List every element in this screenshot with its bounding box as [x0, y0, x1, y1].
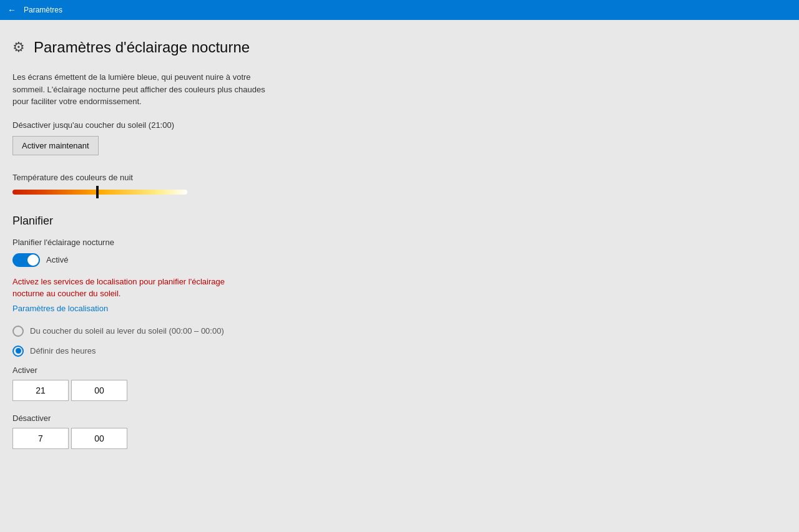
- radio-sunset-label: Du coucher du soleil au lever du soleil …: [30, 326, 224, 336]
- temperature-slider-track[interactable]: [12, 190, 187, 195]
- radio-custom[interactable]: [12, 346, 24, 357]
- back-arrow-icon: ←: [7, 5, 16, 15]
- radio-custom-row: Définir des heures: [12, 346, 300, 357]
- toggle-label: Activé: [46, 255, 68, 264]
- page-header: ⚙ Paramètres d'éclairage nocturne: [12, 39, 300, 56]
- activate-hour-input[interactable]: 21: [12, 380, 69, 401]
- disable-until-label: Désactiver jusqu'au coucher du soleil (2…: [12, 120, 300, 130]
- page-title: Paramètres d'éclairage nocturne: [34, 39, 250, 56]
- radio-custom-label: Définir des heures: [30, 346, 96, 355]
- planifier-subsection-label: Planifier l'éclairage nocturne: [12, 238, 300, 247]
- temperature-label: Température des couleurs de nuit: [12, 173, 300, 182]
- planifier-toggle[interactable]: [12, 253, 40, 267]
- location-settings-link[interactable]: Paramètres de localisation: [12, 304, 300, 313]
- back-button[interactable]: ←: [7, 5, 16, 15]
- radio-sunset[interactable]: [12, 326, 24, 337]
- gear-icon: ⚙: [12, 39, 25, 56]
- titlebar-text: Paramètres: [24, 6, 62, 14]
- deactivate-time-row: 7 00: [12, 428, 300, 449]
- activate-time-row: 21 00: [12, 380, 300, 401]
- deactivate-minute-input[interactable]: 00: [71, 428, 127, 449]
- temperature-slider-container: [12, 190, 187, 195]
- description-text: Les écrans émettent de la lumière bleue,…: [12, 71, 275, 108]
- planifier-toggle-row: Activé: [12, 253, 300, 267]
- activate-time-label: Activer: [12, 365, 300, 375]
- planifier-section-title: Planifier: [12, 215, 300, 228]
- deactivate-hour-input[interactable]: 7: [12, 428, 69, 449]
- title-bar: ← Paramètres: [0, 0, 799, 20]
- deactivate-time-label: Désactiver: [12, 414, 300, 423]
- activate-minute-input[interactable]: 00: [71, 380, 127, 401]
- activate-now-button[interactable]: Activer maintenant: [12, 136, 99, 155]
- main-content: ⚙ Paramètres d'éclairage nocturne Les éc…: [0, 20, 312, 474]
- temperature-slider-thumb[interactable]: [96, 186, 99, 198]
- radio-sunset-row: Du coucher du soleil au lever du soleil …: [12, 326, 300, 337]
- warning-text: Activez les services de localisation pou…: [12, 276, 250, 300]
